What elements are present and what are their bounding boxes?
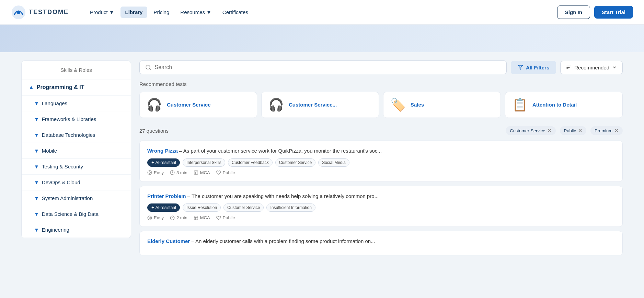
question-elderly-title: Elderly Customer – An elderly customer c… [147, 238, 615, 245]
nav-links: Product ▼ Library Pricing Resources ▼ Ce… [85, 7, 557, 18]
tag-insufficient-info: Insufficient Information [266, 203, 315, 212]
time-icon-2 [170, 216, 175, 220]
rec-card-cs2-label: Customer Service... [289, 101, 337, 108]
logo-icon [11, 5, 26, 20]
time-icon [170, 170, 175, 175]
sidebar-item-devops[interactable]: ▼ DevOps & Cloud [22, 175, 131, 190]
rec-card-cs1[interactable]: 🎧 Customer Service [139, 92, 257, 118]
sidebar-item-mobile[interactable]: ▼ Mobile [22, 143, 131, 159]
format-icon-2 [194, 216, 198, 220]
rec-card-atd[interactable]: 📋 Attention to Detail [505, 92, 623, 118]
content: All Filters Recommended Recommended test… [139, 60, 623, 260]
sidebar-item-programming[interactable]: ▲ Programming & IT [22, 79, 131, 96]
chevron-down-icon: ▼ [34, 164, 39, 169]
question-printer-link[interactable]: Printer Problem [147, 193, 186, 199]
sort-dropdown[interactable]: Recommended [560, 61, 623, 74]
tag-customer-service-2: Customer Service [223, 203, 264, 212]
search-input-wrapper[interactable] [139, 60, 507, 74]
meta-format-2: MCA [194, 215, 210, 220]
filter-tag-cs-remove[interactable]: ✕ [548, 128, 552, 133]
chevron-down-icon: ▼ [34, 179, 39, 185]
tag-interpersonal: Interpersonal Skills [183, 158, 225, 167]
chevron-down-icon: ▼ [34, 148, 39, 154]
sidebar-item-languages[interactable]: ▼ Languages [22, 96, 131, 111]
meta-difficulty: Easy [147, 170, 164, 175]
nav-product[interactable]: Product ▼ [85, 7, 119, 18]
svg-rect-11 [194, 171, 198, 175]
sidebar-item-datascience[interactable]: ▼ Data Science & Big Data [22, 206, 131, 222]
chevron-down-icon: ▼ [34, 195, 39, 201]
rec-card-atd-label: Attention to Detail [532, 101, 577, 108]
sidebar: Skills & Roles ▲ Programming & IT ▼ Lang… [21, 60, 131, 238]
question-elderly-link[interactable]: Elderly Customer [147, 238, 190, 244]
filter-button[interactable]: All Filters [511, 61, 556, 74]
question-card-elderly: Elderly Customer – An elderly customer c… [139, 231, 623, 255]
rec-card-sales-icon: 🏷️ [390, 98, 406, 112]
svg-point-9 [149, 172, 151, 174]
sidebar-item-frameworks[interactable]: ▼ Frameworks & Libraries [22, 111, 131, 127]
svg-point-14 [148, 216, 152, 220]
nav-resources[interactable]: Resources ▼ [175, 7, 216, 18]
question-card-printer: Printer Problem – The customer you are s… [139, 186, 623, 227]
main-layout: Skills & Roles ▲ Programming & IT ▼ Lang… [13, 52, 631, 268]
visibility-icon-2 [216, 216, 221, 220]
sidebar-item-database[interactable]: ▼ Database Technologies [22, 127, 131, 143]
chevron-down-icon: ▼ [34, 132, 39, 138]
nav-pricing[interactable]: Pricing [149, 7, 174, 18]
filter-icon [518, 65, 523, 70]
meta-visibility-2: Public [216, 215, 235, 220]
question-printer-meta: Easy 2 min MCA Public [147, 215, 615, 220]
question-printer-title: Printer Problem – The customer you are s… [147, 192, 615, 200]
svg-point-1 [17, 11, 20, 14]
chevron-down-icon: ▼ [34, 227, 39, 233]
question-wrong-pizza-link[interactable]: Wrong Pizza [147, 148, 178, 154]
rec-card-atd-icon: 📋 [512, 98, 528, 112]
sidebar-item-sysadmin[interactable]: ▼ System Administration [22, 190, 131, 206]
chevron-down-icon: ▼ [34, 100, 39, 106]
meta-time-2: 2 min [170, 215, 187, 220]
meta-format: MCA [194, 170, 210, 175]
tag-ai-resistant: ✦ AI-resistant [147, 158, 180, 167]
chevron-down-icon: ▼ [34, 211, 39, 217]
logo[interactable]: TESTDOME [11, 5, 69, 20]
sidebar-item-engineering[interactable]: ▼ Engineering [22, 222, 131, 238]
tag-ai-resistant-2: ✦ AI-resistant [147, 203, 180, 212]
nav-actions: Sign In Start Trial [557, 5, 633, 19]
chevron-down-icon: ▼ [34, 116, 39, 122]
start-trial-button[interactable]: Start Trial [594, 6, 633, 19]
filter-tag-premium-remove[interactable]: ✕ [614, 128, 619, 133]
svg-marker-4 [518, 65, 522, 69]
product-arrow-icon: ▼ [109, 9, 114, 15]
svg-rect-17 [194, 216, 198, 220]
meta-visibility: Public [216, 170, 235, 175]
search-input[interactable] [155, 64, 501, 70]
tag-customer-service: Customer Service [275, 158, 315, 167]
nav-library[interactable]: Library [120, 7, 148, 18]
filter-tag-public-remove[interactable]: ✕ [578, 128, 582, 133]
rec-card-cs1-label: Customer Service [167, 101, 211, 108]
questions-count: 27 questions [139, 128, 169, 134]
visibility-icon [216, 170, 221, 175]
rec-card-cs2-icon: 🎧 [268, 98, 284, 112]
search-icon [145, 64, 151, 70]
sidebar-item-testing[interactable]: ▼ Testing & Security [22, 159, 131, 175]
svg-point-8 [148, 170, 152, 175]
recommended-cards: 🎧 Customer Service 🎧 Customer Service...… [139, 92, 623, 118]
meta-difficulty-2: Easy [147, 215, 164, 220]
sort-chevron-icon [612, 65, 617, 70]
rec-card-cs1-icon: 🎧 [147, 98, 162, 112]
question-card-wrong-pizza: Wrong Pizza – As part of your customer s… [139, 141, 623, 182]
rec-card-sales[interactable]: 🏷️ Sales [383, 92, 501, 118]
nav-certificates[interactable]: Certificates [218, 7, 253, 18]
question-wrong-pizza-meta: Easy 3 min MCA Public [147, 170, 615, 175]
question-wrong-pizza-title: Wrong Pizza – As part of your customer s… [147, 147, 615, 155]
difficulty-icon [147, 170, 152, 175]
signin-button[interactable]: Sign In [557, 5, 590, 19]
question-wrong-pizza-tags: ✦ AI-resistant Interpersonal Skills Cust… [147, 158, 615, 167]
filters-row: 27 questions Customer Service ✕ Public ✕… [139, 126, 623, 135]
svg-point-15 [149, 217, 151, 219]
filter-tag-public: Public ✕ [560, 126, 586, 135]
svg-line-3 [149, 68, 150, 69]
difficulty-icon-2 [147, 216, 152, 220]
rec-card-cs2[interactable]: 🎧 Customer Service... [261, 92, 379, 118]
